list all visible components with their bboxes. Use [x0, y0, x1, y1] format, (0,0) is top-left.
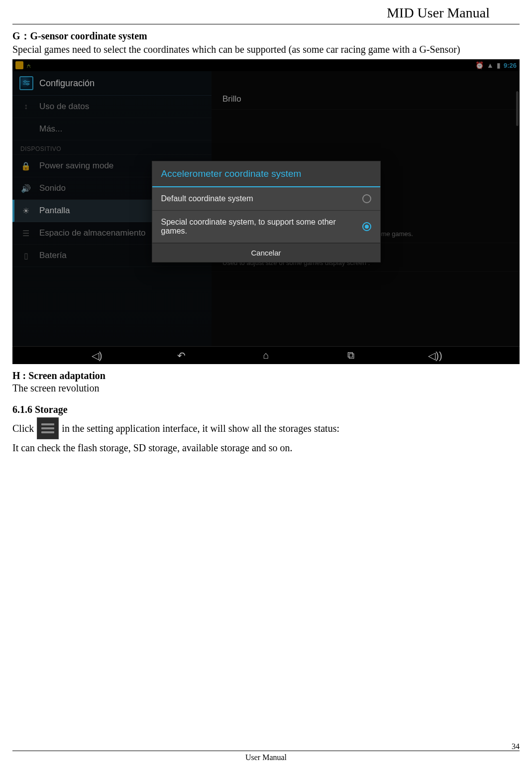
- radio-checked-icon: [362, 222, 371, 231]
- volume-up-button[interactable]: ◁)): [426, 350, 445, 362]
- dialog-option-default[interactable]: Default coordinate system: [152, 187, 380, 211]
- recent-apps-button[interactable]: ⧉: [341, 350, 361, 361]
- section-616-heading: 6.1.6 Storage: [12, 404, 520, 415]
- text-fragment: Click: [12, 422, 34, 435]
- storage-menu-icon: [37, 417, 59, 439]
- home-button[interactable]: ⌂: [256, 350, 276, 361]
- back-button[interactable]: ↶: [172, 350, 192, 362]
- footer-label: User Manual: [245, 753, 287, 762]
- android-screenshot: ⍲ ⏰ ▲ ▮ 9:26 Configuración ↕ Uso de dato…: [12, 59, 520, 364]
- section-g-heading: G：G-sensor coordinate system: [12, 29, 520, 43]
- text-fragment: in the setting application interface, it…: [62, 422, 339, 435]
- doc-header-title: MID User Manual: [12, 5, 520, 21]
- dialog-option-label: Special coordinate system, to support so…: [161, 218, 356, 236]
- dialog-option-label: Default coordinate system: [161, 194, 253, 203]
- volume-down-button[interactable]: ◁): [87, 350, 107, 362]
- dialog-cancel-button[interactable]: Cancelar: [152, 243, 380, 262]
- dialog-title: Accelerometer coordinate system: [152, 161, 380, 187]
- accelerometer-dialog: Accelerometer coordinate system Default …: [152, 161, 381, 262]
- dialog-option-special[interactable]: Special coordinate system, to support so…: [152, 211, 380, 243]
- radio-unchecked-icon: [362, 194, 371, 203]
- section-h-heading: H : Screen adaptation: [12, 370, 520, 382]
- system-navbar: ◁) ↶ ⌂ ⧉ ◁)): [12, 346, 520, 364]
- page-number: 34: [512, 742, 520, 751]
- section-g-body: Special games need to select the coordin…: [12, 43, 520, 56]
- section-h-body: The screen revolution: [12, 382, 520, 395]
- section-616-line2: It can check the flash storage, SD stora…: [12, 441, 520, 455]
- header-rule: [12, 24, 520, 24]
- page-footer: 34 User Manual: [12, 751, 520, 762]
- dialog-scrim[interactable]: Accelerometer coordinate system Default …: [12, 59, 520, 364]
- footer-rule: [12, 751, 520, 751]
- section-616-line1: Click in the setting application interfa…: [12, 417, 520, 439]
